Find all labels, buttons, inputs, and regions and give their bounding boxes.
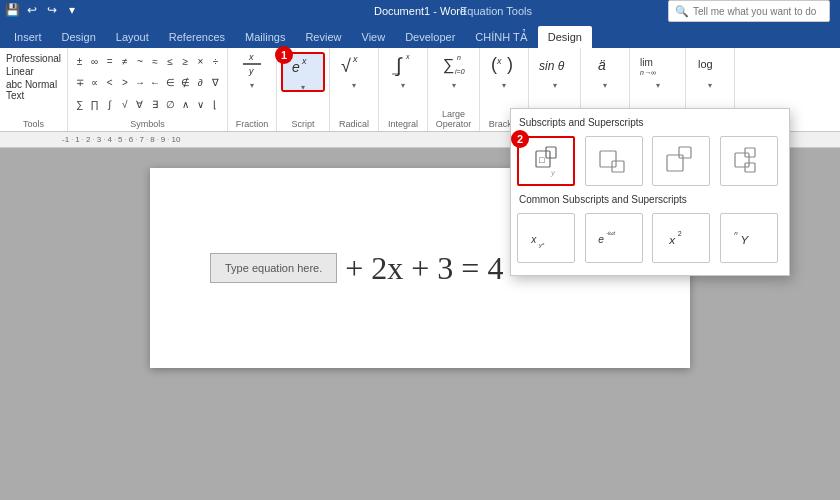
script-label: Script bbox=[277, 119, 329, 129]
script-arrow: ▾ bbox=[301, 83, 305, 92]
large-op-arrow: ▾ bbox=[452, 81, 456, 90]
ribbon-group-script: 1 e x ▾ Script bbox=[277, 48, 330, 131]
tab-chinhtă[interactable]: CHÍNH TẢ bbox=[465, 26, 537, 48]
symbol-cell[interactable]: = bbox=[102, 52, 117, 70]
script-cell-x2[interactable]: x 2 bbox=[652, 213, 710, 263]
undo-button[interactable]: ↩ bbox=[24, 2, 40, 18]
bracket-button[interactable]: ( x ) ▾ bbox=[484, 52, 524, 88]
symbol-cell[interactable]: ← bbox=[148, 74, 163, 92]
symbol-cell[interactable]: ∀ bbox=[132, 95, 147, 113]
accent-button[interactable]: ä ▾ bbox=[585, 52, 625, 88]
symbol-cell[interactable]: ∧ bbox=[178, 95, 193, 113]
svg-text:Y: Y bbox=[740, 233, 749, 246]
function-button[interactable]: sin θ ▾ bbox=[535, 52, 575, 88]
tab-design[interactable]: Design bbox=[52, 26, 106, 48]
ruler-marks: -1 · 1 · 2 · 3 · 4 · 5 · 6 · 7 · 8 · 9 ·… bbox=[60, 135, 182, 144]
eiwt-icon: e -iωt bbox=[596, 220, 632, 256]
symbol-cell[interactable]: ∑ bbox=[72, 95, 87, 113]
script-cell-nY[interactable]: n Y bbox=[720, 213, 778, 263]
large-operator-button[interactable]: ∑ n i=0 ▾ bbox=[434, 52, 474, 88]
limit-button[interactable]: lim n→∞ ▾ bbox=[638, 52, 678, 88]
nY-icon: n Y bbox=[731, 220, 767, 256]
symbol-cell[interactable]: ~ bbox=[132, 52, 147, 70]
ribbon-group-fraction: x y ▾ Fraction bbox=[228, 48, 277, 131]
symbol-cell[interactable]: ∞ bbox=[87, 52, 102, 70]
fraction-button[interactable]: x y ▾ bbox=[232, 52, 272, 88]
symbol-cell[interactable]: ∂ bbox=[193, 74, 208, 92]
svg-text:x: x bbox=[530, 234, 537, 245]
limit-arrow: ▾ bbox=[656, 81, 660, 90]
normal-text-btn[interactable]: abc Normal Text bbox=[4, 78, 63, 102]
tab-mailings[interactable]: Mailings bbox=[235, 26, 295, 48]
symbol-cell[interactable]: ∃ bbox=[148, 95, 163, 113]
tab-layout[interactable]: Layout bbox=[106, 26, 159, 48]
subscript-superscript-grid: 2 y □ bbox=[517, 136, 783, 186]
symbol-cell[interactable]: ∅ bbox=[163, 95, 178, 113]
qat-dropdown[interactable]: ▾ bbox=[64, 2, 80, 18]
symbol-cell[interactable]: √ bbox=[117, 95, 132, 113]
symbol-cell[interactable]: ÷ bbox=[208, 52, 223, 70]
symbol-cell[interactable]: ≠ bbox=[117, 52, 132, 70]
ribbon-group-large-operator: ∑ n i=0 ▾ LargeOperator bbox=[428, 48, 480, 131]
svg-text:x: x bbox=[301, 56, 307, 66]
svg-text:lim: lim bbox=[640, 57, 653, 68]
symbol-cell[interactable]: ∏ bbox=[87, 95, 102, 113]
save-button[interactable]: 💾 bbox=[4, 2, 20, 18]
ribbon-group-integral: ∫ x ▾ Integral bbox=[379, 48, 428, 131]
tab-view[interactable]: View bbox=[352, 26, 396, 48]
search-input[interactable] bbox=[693, 6, 823, 17]
tab-references[interactable]: References bbox=[159, 26, 235, 48]
equation-placeholder[interactable]: Type equation here. bbox=[210, 253, 337, 283]
quick-access-toolbar: 💾 ↩ ↪ ▾ bbox=[4, 2, 80, 18]
svg-text:-iωt: -iωt bbox=[606, 230, 615, 236]
symbol-cell[interactable]: ∇ bbox=[208, 74, 223, 92]
symbol-cell[interactable]: ∨ bbox=[193, 95, 208, 113]
ribbon-group-symbols: ±∞=≠~≈≤≥×÷∓∝<>→←∈∉∂∇∑∏∫√∀∃∅∧∨⌊ Symbols bbox=[68, 48, 228, 131]
symbols-grid: ±∞=≠~≈≤≥×÷∓∝<>→←∈∉∂∇∑∏∫√∀∃∅∧∨⌊ bbox=[72, 52, 223, 117]
symbol-cell[interactable]: ∝ bbox=[87, 74, 102, 92]
common-subscript-title: Common Subscripts and Superscripts bbox=[517, 192, 783, 209]
log-button[interactable]: log ▾ bbox=[690, 52, 730, 88]
symbol-cell[interactable]: × bbox=[193, 52, 208, 70]
fraction-label: Fraction bbox=[228, 119, 276, 129]
redo-button[interactable]: ↪ bbox=[44, 2, 60, 18]
tab-equation-design[interactable]: Design bbox=[538, 26, 592, 48]
professional-btn[interactable]: Professional bbox=[4, 52, 63, 65]
integral-arrow: ▾ bbox=[401, 81, 405, 90]
symbol-cell[interactable]: ∉ bbox=[178, 74, 193, 92]
symbol-cell[interactable]: ∓ bbox=[72, 74, 87, 92]
svg-rect-25 bbox=[600, 151, 616, 167]
symbol-cell[interactable]: ± bbox=[72, 52, 87, 70]
symbol-cell[interactable]: ≥ bbox=[178, 52, 193, 70]
tab-developer[interactable]: Developer bbox=[395, 26, 465, 48]
symbol-cell[interactable]: ∫ bbox=[102, 95, 117, 113]
symbol-cell[interactable]: ∈ bbox=[163, 74, 178, 92]
svg-text:n→∞: n→∞ bbox=[640, 69, 656, 76]
radical-button[interactable]: √ x ▾ bbox=[334, 52, 374, 88]
symbol-cell[interactable]: < bbox=[102, 74, 117, 92]
symbol-cell[interactable]: ≤ bbox=[163, 52, 178, 70]
search-icon: 🔍 bbox=[675, 5, 689, 18]
linear-btn[interactable]: Linear bbox=[4, 65, 63, 78]
symbol-cell[interactable]: ≈ bbox=[148, 52, 163, 70]
x2-icon: x 2 bbox=[663, 220, 699, 256]
script-cell-sup[interactable] bbox=[652, 136, 710, 186]
script-cell-sub-sup-2[interactable] bbox=[720, 136, 778, 186]
integral-label: Integral bbox=[379, 119, 427, 129]
script-cell-eiwt[interactable]: e -iωt bbox=[585, 213, 643, 263]
symbol-cell[interactable]: ⌊ bbox=[208, 95, 223, 113]
symbol-cell[interactable]: > bbox=[117, 74, 132, 92]
symbol-cell[interactable]: → bbox=[132, 74, 147, 92]
script-cell-sub[interactable] bbox=[585, 136, 643, 186]
script-cell-xy2[interactable]: x y² bbox=[517, 213, 575, 263]
script-cell-sub-sup-selected[interactable]: 2 y □ bbox=[517, 136, 575, 186]
tools-group-label: Tools bbox=[0, 119, 67, 129]
tab-review[interactable]: Review bbox=[295, 26, 351, 48]
large-operator-label: LargeOperator bbox=[428, 109, 479, 129]
search-box[interactable]: 🔍 bbox=[668, 0, 830, 22]
svg-text:n: n bbox=[734, 229, 738, 236]
ribbon-group-tools: Professional Linear abc Normal Text Tool… bbox=[0, 48, 68, 131]
tab-insert[interactable]: Insert bbox=[4, 26, 52, 48]
integral-button[interactable]: ∫ x ▾ bbox=[383, 52, 423, 88]
professional-label: Professional bbox=[6, 53, 61, 64]
